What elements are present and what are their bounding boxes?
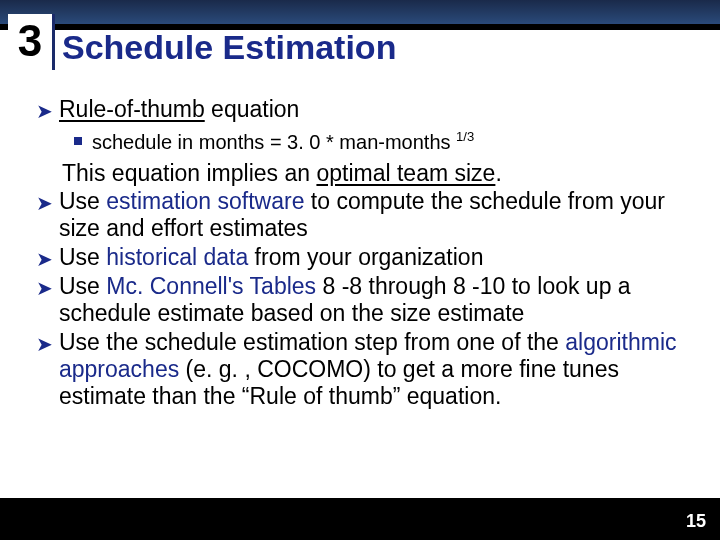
para1-after: . [495,160,501,186]
para1-underlined: optimal team size [316,160,495,186]
slide-title: Schedule Estimation [62,24,396,67]
arrow-icon: ➤ [36,247,53,271]
bullet4-blue: Mc. Connell's Tables [106,273,316,299]
sub1-text: schedule in months = 3. 0 * man-months [92,131,456,153]
arrow-icon: ➤ [36,191,53,215]
bullet-historical-data: ➤ Use historical data from your organiza… [36,244,690,271]
slide: 3 Schedule Estimation ➤ Rule-of-thumb eq… [0,0,720,540]
bullet1-rest: equation [205,96,300,122]
arrow-icon: ➤ [36,332,53,356]
paragraph-optimal-team: This equation implies an optimal team si… [62,160,690,186]
bullet1-underlined: Rule-of-thumb [59,96,205,122]
bullet-mcconnell-tables: ➤ Use Mc. Connell's Tables 8 -8 through … [36,273,690,327]
arrow-icon: ➤ [36,99,53,123]
bullet-estimation-software: ➤ Use estimation software to compute the… [36,188,690,242]
bottom-bar: 15 [0,498,720,540]
bullet3-before: Use [59,244,106,270]
sub1-exponent: 1/3 [456,129,474,144]
title-divider [52,14,55,70]
bullet2-before: Use [59,188,106,214]
para1-before: This equation implies an [62,160,316,186]
top-accent-bar [0,0,720,24]
bullet-algorithmic-approaches: ➤ Use the schedule estimation step from … [36,329,690,410]
sub-bullet-equation: schedule in months = 3. 0 * man-months 1… [74,129,690,154]
bullet3-after: from your organization [248,244,483,270]
bullet-rule-of-thumb: ➤ Rule-of-thumb equation [36,96,690,123]
bullet3-blue: historical data [106,244,248,270]
step-number: 3 [8,14,52,68]
square-icon [74,137,82,145]
page-number: 15 [686,511,706,532]
bullet4-before: Use [59,273,106,299]
content-area: ➤ Rule-of-thumb equation schedule in mon… [36,88,690,410]
bullet5-before: Use the schedule estimation step from on… [59,329,565,355]
bullet2-blue: estimation software [106,188,304,214]
arrow-icon: ➤ [36,276,53,300]
